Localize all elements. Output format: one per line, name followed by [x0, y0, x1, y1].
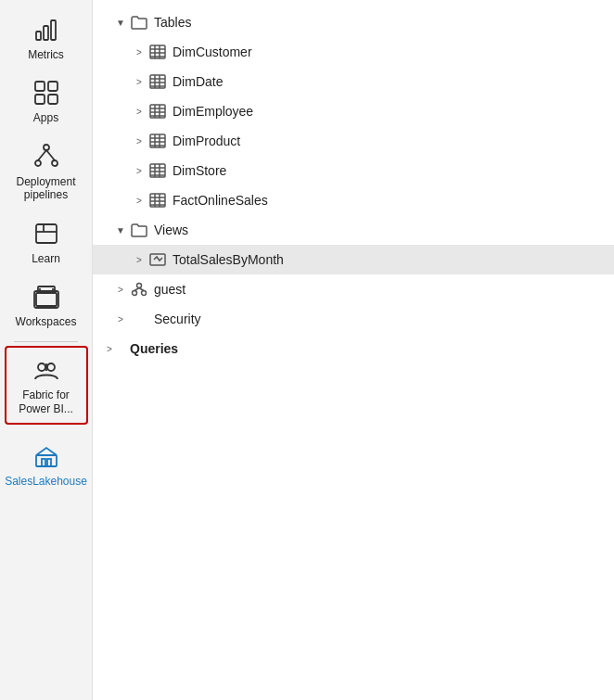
sidebar-item-metrics[interactable]: Metrics — [5, 7, 88, 69]
svg-rect-62 — [150, 254, 165, 265]
tree-item-dimstore[interactable]: > DimStore — [93, 156, 614, 185]
learn-icon — [32, 219, 61, 248]
svg-rect-23 — [36, 455, 57, 466]
tree-item-queries[interactable]: > Queries — [93, 334, 614, 363]
sidebar-item-workspaces[interactable]: Workspaces — [5, 274, 88, 336]
svg-point-63 — [137, 284, 142, 288]
tree-item-security[interactable]: > Security — [93, 304, 614, 334]
sidebar-item-metrics-label: Metrics — [28, 48, 64, 61]
svg-line-11 — [46, 150, 55, 160]
sidebar-item-fabric-power-bi-label: Fabric for Power BI... — [10, 388, 83, 415]
tree-item-dimemployee[interactable]: > DimEmployee — [93, 96, 614, 126]
totalsalesbymonth-chevron: > — [130, 250, 148, 269]
factonlinesales-label: FactOnlineSales — [173, 193, 268, 208]
sidebar-item-fabric-power-bi[interactable]: Fabric for Power BI... — [5, 346, 88, 425]
sidebar-item-deployment-pipelines-label: Deployment pipelines — [8, 175, 84, 202]
svg-line-66 — [134, 288, 139, 291]
factonlinesales-chevron: > — [130, 191, 148, 210]
svg-rect-25 — [47, 459, 51, 466]
svg-point-64 — [133, 291, 137, 296]
views-label: Views — [154, 223, 188, 237]
svg-rect-4 — [48, 82, 58, 91]
svg-rect-0 — [36, 32, 41, 40]
tables-chevron-down: ▼ — [111, 13, 130, 32]
tree-item-dimdate[interactable]: > DimDate — [93, 67, 614, 96]
dimemployee-chevron: > — [130, 102, 148, 121]
guest-chevron: > — [111, 280, 130, 299]
fabric-power-bi-icon — [32, 355, 61, 385]
table-icon — [148, 43, 167, 61]
svg-point-65 — [142, 291, 147, 296]
sidebar-item-learn-label: Learn — [32, 252, 60, 265]
totalsalesbymonth-label: TotalSalesByMonth — [173, 252, 284, 267]
table-icon-dimemployee — [148, 102, 167, 121]
dimproduct-chevron: > — [130, 132, 148, 150]
sidebar-item-apps-label: Apps — [33, 111, 58, 124]
svg-point-9 — [52, 160, 58, 166]
dimdate-label: DimDate — [173, 74, 223, 89]
tree-item-dimproduct[interactable]: > DimProduct — [93, 126, 614, 156]
sidebar-divider — [14, 341, 78, 342]
security-label: Security — [154, 312, 201, 326]
dimproduct-label: DimProduct — [173, 134, 240, 148]
svg-rect-6 — [48, 95, 58, 104]
security-spacer — [130, 310, 148, 328]
dimstore-label: DimStore — [173, 163, 226, 178]
deployment-pipelines-icon — [32, 142, 61, 172]
dimcustomer-label: DimCustomer — [173, 45, 252, 59]
svg-rect-16 — [36, 293, 57, 306]
svg-rect-12 — [36, 224, 57, 243]
dimdate-chevron: > — [130, 72, 148, 91]
security-chevron: > — [111, 310, 130, 328]
sidebar-item-deployment-pipelines[interactable]: Deployment pipelines — [5, 134, 88, 210]
queries-spacer — [119, 339, 124, 358]
main-content: ▼ Tables > DimCustomer — [93, 0, 614, 700]
sidebar-item-sales-lakehouse[interactable]: SalesLakehouse — [5, 434, 88, 495]
sidebar-item-apps[interactable]: Apps — [5, 70, 88, 132]
tree-item-guest[interactable]: > guest — [93, 274, 614, 304]
views-chevron-down: ▼ — [111, 221, 130, 239]
sidebar: Metrics Apps Deployment pipelines — [0, 0, 93, 700]
svg-rect-2 — [51, 20, 56, 40]
tree-item-dimcustomer[interactable]: > DimCustomer — [93, 37, 614, 67]
queries-chevron: > — [100, 339, 119, 358]
svg-line-10 — [38, 150, 46, 160]
folder-icon-views — [130, 221, 148, 239]
svg-point-8 — [35, 160, 41, 166]
svg-line-67 — [139, 288, 144, 291]
apps-icon — [32, 78, 61, 108]
schema-icon — [130, 280, 148, 299]
table-icon-dimstore — [148, 161, 167, 180]
folder-icon — [130, 13, 148, 32]
svg-point-7 — [44, 145, 49, 150]
view-icon — [148, 250, 167, 269]
dimemployee-label: DimEmployee — [173, 104, 253, 119]
workspaces-icon — [32, 282, 61, 312]
tables-header-row[interactable]: ▼ Tables — [93, 7, 614, 37]
dimcustomer-chevron: > — [130, 43, 148, 61]
tree: ▼ Tables > DimCustomer — [93, 0, 614, 371]
svg-rect-1 — [44, 26, 48, 40]
table-icon-factonlinesales — [148, 191, 167, 210]
svg-point-20 — [38, 363, 45, 371]
sidebar-item-sales-lakehouse-label: SalesLakehouse — [5, 475, 87, 488]
tables-label: Tables — [154, 15, 191, 30]
table-icon-dimdate — [148, 72, 167, 91]
sales-lakehouse-icon — [32, 441, 61, 471]
queries-label: Queries — [130, 341, 178, 356]
table-icon-dimproduct — [148, 132, 167, 150]
metrics-icon — [32, 15, 61, 45]
svg-rect-5 — [35, 95, 45, 104]
sidebar-item-learn[interactable]: Learn — [5, 211, 88, 273]
sidebar-item-workspaces-label: Workspaces — [16, 315, 77, 328]
tree-item-totalsalesbymonth[interactable]: > TotalSalesByMonth — [93, 245, 614, 274]
dimstore-chevron: > — [130, 161, 148, 180]
guest-label: guest — [154, 282, 185, 297]
svg-point-21 — [47, 363, 55, 371]
svg-rect-3 — [35, 82, 45, 91]
views-header-row[interactable]: ▼ Views — [93, 215, 614, 245]
tree-item-factonlinesales[interactable]: > FactOnlineSales — [93, 185, 614, 215]
svg-rect-24 — [42, 459, 45, 466]
